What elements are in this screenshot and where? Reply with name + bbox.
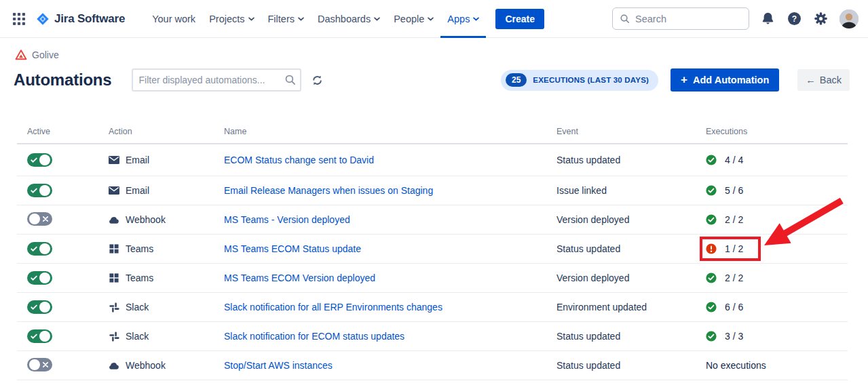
check-icon bbox=[29, 245, 39, 252]
filter-field bbox=[132, 68, 301, 92]
column-header-action: Action bbox=[109, 127, 224, 136]
toggle-knob bbox=[39, 155, 50, 165]
executions-badge-label: EXECUTIONS (LAST 30 DAYS) bbox=[533, 76, 649, 84]
global-search[interactable] bbox=[612, 7, 749, 30]
back-button[interactable]: ← Back bbox=[797, 69, 850, 91]
active-toggle-on[interactable] bbox=[27, 242, 52, 256]
active-toggle-off[interactable] bbox=[27, 358, 52, 371]
jira-logo[interactable]: Jira Software bbox=[35, 12, 125, 26]
nav-item-label: Dashboards bbox=[318, 14, 371, 24]
check-icon bbox=[29, 333, 39, 340]
check-icon bbox=[29, 187, 39, 194]
executions-count: 1 / 2 bbox=[725, 243, 743, 254]
automation-name-link[interactable]: MS Teams ECOM Version deployed bbox=[224, 273, 375, 283]
automation-name-link[interactable]: MS Teams - Version deployed bbox=[224, 214, 350, 225]
action-label: Email bbox=[126, 185, 149, 196]
refresh-icon[interactable] bbox=[312, 74, 324, 86]
automation-name-link[interactable]: Email Release Managers when issues on St… bbox=[224, 185, 433, 196]
email-icon bbox=[109, 185, 119, 196]
toggle-knob bbox=[29, 214, 40, 224]
chevron-down-icon bbox=[298, 17, 304, 21]
filter-search-icon bbox=[284, 74, 296, 88]
active-toggle-on[interactable] bbox=[27, 271, 52, 285]
filter-automations-input[interactable] bbox=[132, 68, 301, 92]
action-label: Teams bbox=[126, 243, 153, 254]
executions-count: 2 / 2 bbox=[725, 273, 743, 283]
executions-count: 4 / 4 bbox=[725, 155, 743, 165]
executions-count: No executions bbox=[706, 360, 766, 371]
page-header: Automations 25 EXECUTIONS (LAST 30 DAYS)… bbox=[14, 67, 850, 93]
plus-icon: + bbox=[681, 76, 687, 84]
nav-item-label: Projects bbox=[209, 14, 244, 24]
nav-item-apps[interactable]: Apps bbox=[440, 0, 486, 38]
automation-name-link[interactable]: MS Teams ECOM Status update bbox=[224, 243, 361, 254]
webhook-icon bbox=[109, 360, 119, 371]
x-icon bbox=[41, 216, 50, 222]
create-button[interactable]: Create bbox=[495, 9, 544, 29]
active-toggle-on[interactable] bbox=[27, 300, 52, 314]
nav-item-projects[interactable]: Projects bbox=[202, 0, 261, 38]
action-label: Email bbox=[126, 155, 149, 165]
executions-count: 5 / 6 bbox=[725, 185, 743, 196]
action-label: Webhook bbox=[126, 214, 166, 225]
nav-item-your-work[interactable]: Your work bbox=[145, 0, 202, 38]
automation-name-link[interactable]: Slack notification for all ERP Environme… bbox=[224, 302, 442, 313]
nav-item-filters[interactable]: Filters bbox=[261, 0, 311, 38]
breadcrumb-app-name[interactable]: Golive bbox=[32, 49, 59, 60]
column-header-event: Event bbox=[556, 127, 706, 136]
active-toggle-on[interactable] bbox=[27, 329, 52, 343]
jira-diamond-icon bbox=[35, 12, 50, 26]
nav-item-label: People bbox=[394, 14, 424, 24]
toggle-knob bbox=[39, 273, 50, 283]
toggle-knob bbox=[29, 359, 40, 370]
automation-name-link[interactable]: Slack notification for ECOM status updat… bbox=[224, 331, 404, 342]
check-icon bbox=[29, 304, 39, 310]
check-icon bbox=[29, 157, 39, 163]
automation-name-link[interactable]: Stop/Start AWS instances bbox=[224, 360, 333, 371]
event-label: Status updated bbox=[556, 155, 706, 165]
brand-name: Jira Software bbox=[54, 12, 125, 26]
executions-success-icon bbox=[706, 273, 717, 283]
executions-success-icon bbox=[706, 185, 717, 196]
teams-icon bbox=[109, 243, 119, 254]
automation-name-link[interactable]: ECOM Status change sent to David bbox=[224, 155, 374, 165]
table-row: TeamsMS Teams ECOM Version deployedVersi… bbox=[17, 264, 848, 293]
nav-item-people[interactable]: People bbox=[387, 0, 440, 38]
app-switcher-icon[interactable] bbox=[12, 12, 27, 26]
action-label: Teams bbox=[126, 273, 153, 283]
toggle-knob bbox=[39, 243, 50, 254]
executions-summary-badge[interactable]: 25 EXECUTIONS (LAST 30 DAYS) bbox=[501, 70, 658, 91]
email-icon bbox=[109, 155, 119, 165]
active-toggle-on[interactable] bbox=[27, 153, 52, 167]
add-automation-label: Add Automation bbox=[693, 75, 769, 85]
teams-icon bbox=[109, 273, 119, 283]
user-avatar[interactable] bbox=[839, 9, 858, 28]
action-label: Webhook bbox=[126, 360, 166, 371]
executions-success-icon bbox=[706, 331, 717, 342]
chevron-down-icon bbox=[248, 17, 254, 21]
webhook-icon bbox=[109, 214, 119, 225]
back-label: Back bbox=[820, 75, 842, 85]
active-toggle-on[interactable] bbox=[27, 184, 52, 197]
settings-gear-icon[interactable] bbox=[813, 12, 828, 26]
svg-text:?: ? bbox=[791, 14, 796, 24]
help-icon[interactable]: ? bbox=[787, 12, 801, 26]
search-input[interactable] bbox=[634, 13, 742, 25]
toggle-knob bbox=[39, 302, 50, 313]
table-row: EmailECOM Status change sent to DavidSta… bbox=[17, 144, 848, 176]
event-label: Version deployed bbox=[556, 214, 706, 225]
executions-count: 2 / 2 bbox=[725, 214, 743, 225]
executions-error-icon bbox=[706, 243, 717, 254]
add-automation-button[interactable]: + Add Automation bbox=[671, 68, 779, 92]
table-row: TeamsMS Teams ECOM Status updateStatus u… bbox=[17, 235, 848, 264]
notifications-bell-icon[interactable] bbox=[760, 12, 775, 26]
chevron-down-icon bbox=[428, 17, 434, 21]
search-icon bbox=[620, 14, 630, 24]
table-row: WebhookStop/Start AWS instancesStatus up… bbox=[17, 351, 848, 380]
nav-item-dashboards[interactable]: Dashboards bbox=[311, 0, 387, 38]
event-label: Status updated bbox=[556, 243, 706, 254]
active-toggle-off[interactable] bbox=[27, 212, 52, 226]
table-row: EmailEmail Release Managers when issues … bbox=[17, 176, 848, 205]
arrow-left-icon: ← bbox=[806, 75, 816, 85]
event-label: Version deployed bbox=[556, 273, 706, 283]
